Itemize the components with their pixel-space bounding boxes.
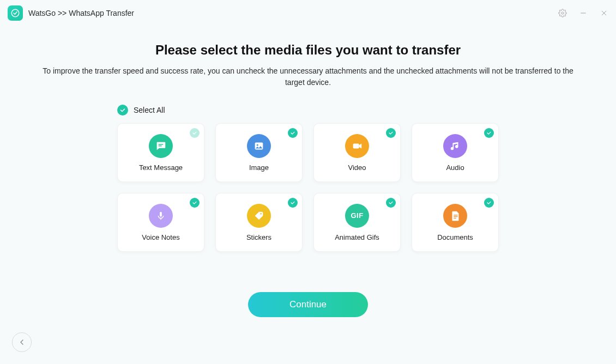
select-all-checkbox[interactable] xyxy=(117,105,128,116)
card-label: Animated Gifs xyxy=(335,233,379,241)
gif-badge-text: GIF xyxy=(351,211,363,220)
card-label: Documents xyxy=(437,233,473,241)
titlebar: WatsGo >> WhatsApp Transfer xyxy=(0,0,616,26)
card-check-image[interactable] xyxy=(288,128,298,138)
minimize-button[interactable] xyxy=(579,9,588,17)
check-icon xyxy=(388,200,394,205)
tag-icon xyxy=(247,204,271,228)
svg-point-1 xyxy=(561,12,564,14)
close-icon xyxy=(600,9,608,17)
back-button[interactable] xyxy=(12,332,32,352)
card-audio[interactable]: Audio xyxy=(412,123,499,182)
main-content: Please select the media files you want t… xyxy=(0,26,616,317)
svg-rect-9 xyxy=(353,143,359,148)
app-name: WatsGo xyxy=(28,9,56,17)
media-grid: Text Message Image Video xyxy=(117,123,499,252)
card-label: Stickers xyxy=(246,233,271,241)
card-label: Audio xyxy=(446,163,464,172)
card-image[interactable]: Image xyxy=(215,123,303,182)
card-check-voice-notes[interactable] xyxy=(190,198,200,208)
card-video[interactable]: Video xyxy=(313,123,401,182)
video-icon xyxy=(345,134,369,158)
card-check-text-message[interactable] xyxy=(190,128,200,138)
music-note-icon xyxy=(443,134,467,158)
card-label: Video xyxy=(348,163,366,172)
breadcrumb-separator: >> xyxy=(56,9,69,17)
card-label: Text Message xyxy=(139,163,183,172)
svg-rect-15 xyxy=(454,217,456,218)
check-icon xyxy=(119,107,126,113)
check-icon xyxy=(290,200,295,205)
check-icon xyxy=(388,130,394,136)
card-check-audio[interactable] xyxy=(484,128,494,138)
titlebar-title: WatsGo >> WhatsApp Transfer xyxy=(28,9,134,17)
svg-point-0 xyxy=(11,9,19,17)
card-stickers[interactable]: Stickers xyxy=(215,193,303,252)
settings-button[interactable] xyxy=(558,9,567,17)
card-voice-notes[interactable]: Voice Notes xyxy=(117,193,204,252)
svg-rect-13 xyxy=(454,215,457,215)
svg-rect-6 xyxy=(158,145,161,146)
check-icon xyxy=(290,130,295,136)
gear-icon xyxy=(558,9,567,17)
check-icon xyxy=(486,130,492,136)
svg-rect-14 xyxy=(454,216,457,216)
card-label: Voice Notes xyxy=(142,233,179,241)
section-name: WhatsApp Transfer xyxy=(69,9,134,17)
card-check-video[interactable] xyxy=(386,128,396,138)
check-icon xyxy=(192,200,197,205)
select-all-label: Select All xyxy=(134,106,165,114)
svg-point-8 xyxy=(257,144,258,145)
card-check-stickers[interactable] xyxy=(288,198,298,208)
card-label: Image xyxy=(249,163,269,172)
app-logo-icon xyxy=(8,5,23,21)
page-heading: Please select the media files you want t… xyxy=(33,43,583,58)
card-check-documents[interactable] xyxy=(484,198,494,208)
chat-bubble-icon xyxy=(149,134,173,158)
document-icon xyxy=(443,204,467,228)
minimize-icon xyxy=(579,9,587,17)
select-all-row[interactable]: Select All xyxy=(117,105,499,116)
card-animated-gifs[interactable]: GIF Animated Gifs xyxy=(313,193,401,252)
image-icon xyxy=(247,134,271,158)
continue-button[interactable]: Continue xyxy=(248,292,368,317)
card-text-message[interactable]: Text Message xyxy=(117,123,204,182)
svg-rect-10 xyxy=(160,211,162,216)
check-icon xyxy=(486,200,492,205)
page-subtitle: To improve the transfer speed and succes… xyxy=(35,65,581,88)
check-icon xyxy=(192,130,197,136)
microphone-icon xyxy=(149,204,173,228)
svg-rect-5 xyxy=(158,144,163,144)
chevron-left-icon xyxy=(17,338,26,347)
card-documents[interactable]: Documents xyxy=(412,193,499,252)
card-check-animated-gifs[interactable] xyxy=(386,198,396,208)
svg-point-12 xyxy=(260,213,262,215)
gif-icon: GIF xyxy=(345,204,369,228)
close-button[interactable] xyxy=(600,9,608,17)
